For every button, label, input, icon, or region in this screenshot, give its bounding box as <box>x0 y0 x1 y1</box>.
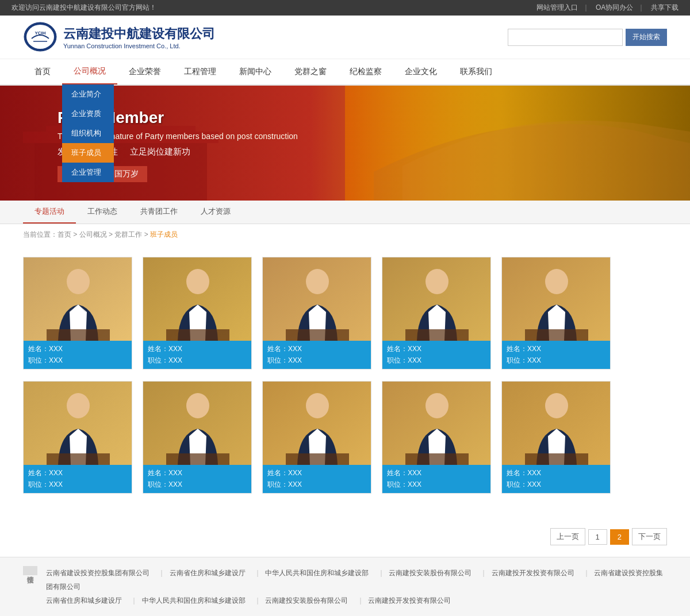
friend-link-1[interactable]: 云南省建设投资控股集团有限公司 <box>46 569 150 577</box>
member-position-6: 职位：XXX <box>28 480 127 490</box>
search-area: 开始搜索 <box>508 29 667 46</box>
download-link[interactable]: 共享下载 <box>651 3 678 11</box>
friend-link-3[interactable]: 中华人民共和国住房和城乡建设部 <box>265 569 369 577</box>
logo-cn: 云南建投中航建设有限公司 <box>63 25 215 43</box>
friend-link-8[interactable]: 中华人民共和国住房和城乡建设部 <box>142 596 246 605</box>
member-info-7: 姓名：XXX 职位：XXX <box>143 465 251 493</box>
member-position-9: 职位：XXX <box>387 480 486 490</box>
dropdown-members[interactable]: 班子成员 <box>62 143 114 163</box>
member-card-2[interactable]: 姓名：XXX 职位：XXX <box>143 257 252 369</box>
svg-rect-13 <box>47 329 110 341</box>
oa-link[interactable]: OA协同办公 <box>596 3 633 11</box>
member-card-7[interactable]: 姓名：XXX 职位：XXX <box>143 381 252 494</box>
friend-link-10[interactable]: 云南建投开发投资有限公司 <box>368 596 451 605</box>
dropdown-qualification[interactable]: 企业资质 <box>62 104 114 124</box>
svg-rect-19 <box>286 329 349 341</box>
member-card-3[interactable]: 姓名：XXX 职位：XXX <box>262 257 371 369</box>
logo-icon: YCIH <box>23 21 57 53</box>
nav-dropdown-menu: 企业简介 企业资质 组织机构 班子成员 企业管理 <box>62 84 114 182</box>
nav-culture[interactable]: 企业文化 <box>393 60 448 84</box>
next-page-button[interactable]: 下一页 <box>632 528 667 545</box>
member-info-2: 姓名：XXX 职位：XXX <box>143 341 251 369</box>
nav-party[interactable]: 党群之窗 <box>283 60 338 84</box>
member-card-9[interactable]: 姓名：XXX 职位：XXX <box>382 381 491 494</box>
search-button[interactable]: 开始搜索 <box>626 29 667 46</box>
friend-links-content: 云南省建设投资控股集团有限公司 ｜ 云南省住房和城乡建设厅 ｜ 中华人民共和国住… <box>46 566 667 607</box>
logo-en: Yunnan Construction Investment Co., Ltd. <box>63 43 215 49</box>
svg-rect-34 <box>286 453 349 465</box>
svg-point-1 <box>26 25 54 49</box>
top-bar: 欢迎访问云南建投中航建设有限公司官方网站！ 网站管理入口 ｜ OA协同办公 ｜ … <box>0 0 690 16</box>
prev-page-button[interactable]: 上一页 <box>550 528 585 545</box>
member-info-6: 姓名：XXX 职位：XXX <box>24 465 132 493</box>
nav-engineering[interactable]: 工程管理 <box>172 60 228 84</box>
member-position-10: 职位：XXX <box>507 480 605 490</box>
member-info-5: 姓名：XXX 职位：XXX <box>502 341 610 369</box>
nav-company-label[interactable]: 公司概况 <box>62 59 117 84</box>
member-name-3: 姓名：XXX <box>267 344 366 354</box>
member-grid-row1: 姓名：XXX 职位：XXX 姓名：XXX 职位：XXX <box>23 257 667 369</box>
member-grid-row2: 姓名：XXX 职位：XXX 姓名：XXX 职位：XXX <box>23 381 667 494</box>
sub-nav-talent[interactable]: 人才资源 <box>189 201 242 224</box>
admin-link[interactable]: 网站管理入口 <box>536 3 578 11</box>
friend-link-2[interactable]: 云南省住房和城乡建设厅 <box>170 569 246 577</box>
member-info-9: 姓名：XXX 职位：XXX <box>382 465 490 493</box>
svg-point-12 <box>67 269 90 294</box>
member-photo-3 <box>263 257 371 341</box>
nav-discipline[interactable]: 纪检监察 <box>338 60 393 84</box>
member-photo-10 <box>502 382 611 465</box>
member-card-8[interactable]: 姓名：XXX 职位：XXX <box>262 381 371 494</box>
dropdown-management[interactable]: 企业管理 <box>62 163 114 182</box>
logo-text: 云南建投中航建设有限公司 Yunnan Construction Investm… <box>63 25 215 49</box>
nav-contact[interactable]: 联系我们 <box>448 60 504 84</box>
friend-links-label: 友情链接 <box>23 566 37 575</box>
svg-point-21 <box>425 269 448 294</box>
svg-point-39 <box>545 393 568 418</box>
member-photo-4 <box>382 257 491 341</box>
search-input[interactable] <box>508 29 623 46</box>
member-name-5: 姓名：XXX <box>507 344 605 354</box>
member-name-2: 姓名：XXX <box>148 344 247 354</box>
svg-point-24 <box>545 269 568 294</box>
member-card-5[interactable]: 姓名：XXX 职位：XXX <box>501 257 611 369</box>
member-photo-9 <box>382 382 491 465</box>
svg-point-18 <box>306 269 329 294</box>
logo-area: YCIH 云南建投中航建设有限公司 Yunnan Construction In… <box>23 21 215 53</box>
nav-company[interactable]: 公司概况 企业简介 企业资质 组织机构 班子成员 企业管理 <box>62 59 117 84</box>
member-name-10: 姓名：XXX <box>507 468 605 478</box>
member-card-4[interactable]: 姓名：XXX 职位：XXX <box>382 257 491 369</box>
member-position-3: 职位：XXX <box>267 356 366 365</box>
sub-nav-dynamics[interactable]: 工作动态 <box>76 201 129 224</box>
svg-rect-31 <box>166 453 229 465</box>
pagination: 上一页 1 2 下一页 <box>0 517 690 557</box>
member-photo-5 <box>502 257 611 341</box>
friend-links-row2: 云南省住房和城乡建设厅 ｜ 中华人民共和国住房和城乡建设部 ｜ 云南建投安装股份… <box>46 594 667 607</box>
nav-home[interactable]: 首页 <box>23 60 62 84</box>
friend-link-9[interactable]: 云南建投安装股份有限公司 <box>265 596 348 605</box>
member-position-1: 职位：XXX <box>28 356 127 365</box>
dropdown-organization[interactable]: 组织机构 <box>62 124 114 143</box>
member-photo-7 <box>143 382 252 465</box>
page-1-button[interactable]: 1 <box>588 529 607 545</box>
member-position-4: 职位：XXX <box>387 356 486 365</box>
page-2-button[interactable]: 2 <box>610 529 629 545</box>
member-card-1[interactable]: 姓名：XXX 职位：XXX <box>23 257 132 369</box>
sub-nav-youth[interactable]: 共青团工作 <box>129 201 189 224</box>
friend-link-4[interactable]: 云南建投安装股份有限公司 <box>389 569 471 577</box>
nav-honor[interactable]: 企业荣誉 <box>117 60 172 84</box>
dropdown-intro[interactable]: 企业简介 <box>62 84 114 104</box>
friend-link-7[interactable]: 云南省住房和城乡建设厅 <box>46 596 122 605</box>
top-bar-links: 网站管理入口 ｜ OA协同办公 ｜ 共享下载 <box>532 3 678 13</box>
breadcrumb: 当前位置：首页 > 公司概况 > 党群工作 > 班子成员 <box>0 224 690 245</box>
header: YCIH 云南建投中航建设有限公司 Yunnan Construction In… <box>0 16 690 59</box>
member-photo-6 <box>24 382 132 465</box>
friend-link-5[interactable]: 云南建投开发投资有限公司 <box>492 569 574 577</box>
member-card-6[interactable]: 姓名：XXX 职位：XXX <box>23 381 132 494</box>
member-position-2: 职位：XXX <box>148 356 247 365</box>
sub-nav-activities[interactable]: 专题活动 <box>23 201 76 224</box>
member-name-7: 姓名：XXX <box>148 468 247 478</box>
svg-rect-25 <box>525 329 588 341</box>
nav-news[interactable]: 新闻中心 <box>228 60 283 84</box>
svg-rect-28 <box>47 453 110 465</box>
member-card-10[interactable]: 姓名：XXX 职位：XXX <box>501 381 611 494</box>
